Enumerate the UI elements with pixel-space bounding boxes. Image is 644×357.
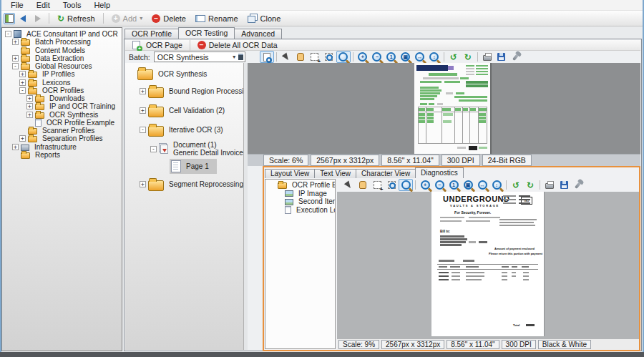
refresh-button[interactable]: ↻ Refresh: [53, 12, 99, 25]
pointer-button[interactable]: [279, 51, 293, 63]
invoice-total-label: Total: [513, 323, 519, 327]
menu-tools[interactable]: Tools: [57, 0, 88, 10]
ocr-testing-tab-content: OCR Page − Delete All OCR Data Batch: OC…: [124, 39, 642, 351]
zoom-fit-button[interactable]: ▣: [461, 179, 475, 191]
expand-icon[interactable]: +: [140, 107, 146, 114]
tab-advanced[interactable]: Advanced: [234, 29, 282, 39]
folder-icon: [35, 112, 44, 119]
tab-text-view[interactable]: Text View: [314, 169, 356, 178]
zoom-out-button[interactable]: −: [370, 51, 384, 63]
zoom-fit-icon: ▣: [464, 180, 473, 190]
zoom-in-button[interactable]: +: [356, 51, 370, 63]
tree-item-iterative-ocr-3[interactable]: -Iterative OCR (3): [127, 120, 243, 140]
bottom-viewer-canvas[interactable]: UNDERGROUND VAULTS & STORAGE ISO For Sec…: [337, 192, 639, 339]
print-button[interactable]: [542, 179, 557, 191]
tree-item-execution-log[interactable]: Execution Log: [267, 206, 335, 215]
marquee-zoom-button[interactable]: [384, 179, 399, 191]
preview-toggle-button[interactable]: [260, 51, 274, 63]
marquee-zoom-button[interactable]: [322, 51, 336, 63]
refresh-label: Refresh: [67, 14, 95, 23]
expand-icon[interactable]: +: [140, 181, 146, 187]
expand-icon[interactable]: +: [26, 95, 33, 102]
menu-edit[interactable]: Edit: [30, 0, 57, 10]
zoom-dynamic-button[interactable]: [336, 51, 351, 63]
rotate-left-button[interactable]: ↺: [509, 179, 523, 191]
tree-item-label: Document (1)Generic Detail Invoice (2).p…: [171, 140, 244, 157]
zoom-fit-width-button[interactable]: ↔: [475, 179, 489, 191]
collapse-icon[interactable]: -: [140, 127, 146, 133]
zoom-fit-width-button[interactable]: ↔: [413, 51, 427, 63]
collapse-icon[interactable]: -: [12, 63, 19, 69]
add-button[interactable]: + Add ▾: [107, 12, 147, 25]
print-button[interactable]: [480, 51, 494, 63]
zoom-fit-height-button[interactable]: ↕: [489, 179, 504, 191]
tree-item-page-1[interactable]: Page 1: [127, 158, 243, 175]
save-icon: [497, 53, 505, 61]
zoom-actual-button[interactable]: 1: [447, 179, 461, 191]
zoom-fit-height-button[interactable]: ↕: [427, 51, 441, 63]
expand-icon[interactable]: +: [26, 112, 33, 118]
tab-character-view[interactable]: Character View: [356, 169, 416, 178]
tab-diagnostics[interactable]: Diagnostics: [415, 167, 464, 178]
profile-tab-strip: OCR ProfileOCR TestingAdvanced: [124, 27, 642, 39]
ocr-page-button[interactable]: OCR Page: [128, 39, 187, 52]
rotate-right-button[interactable]: ↻: [523, 179, 537, 191]
zoom-fit-button[interactable]: ▣: [399, 51, 413, 63]
menu-file[interactable]: File: [4, 0, 30, 10]
tree-item-reports[interactable]: Reports: [3, 151, 122, 159]
tree-item-document-1[interactable]: -Document (1)Generic Detail Invoice (2).…: [127, 140, 243, 158]
tree-item-bound-region-processing-1[interactable]: +Bound Region Processing (1): [127, 82, 243, 101]
zoom-in-icon: +: [421, 180, 430, 190]
select-region-icon: [374, 181, 381, 189]
tree-item-label: Iterative OCR (3): [167, 125, 225, 135]
hand-button[interactable]: [293, 51, 308, 63]
tree-item-label: OCR Synthesis: [156, 69, 209, 79]
collapse-icon[interactable]: -: [5, 31, 11, 37]
img-icon: [285, 199, 293, 205]
tree-item-cell-validation-2[interactable]: +Cell Validation (2): [127, 101, 243, 120]
hand-button[interactable]: [356, 179, 370, 191]
tree-item-ocr-synthesis[interactable]: OCR Synthesis: [127, 66, 243, 82]
combo-dropdown-icon: ▼: [232, 54, 237, 59]
tree-item-segment-reprocessing-4[interactable]: +Segment Reprocessing (4): [127, 175, 243, 194]
expand-icon[interactable]: +: [19, 135, 26, 142]
menu-help[interactable]: Help: [87, 0, 117, 10]
expand-icon[interactable]: +: [19, 71, 26, 77]
zoom-dynamic-button[interactable]: [399, 179, 413, 191]
rename-button[interactable]: Rename: [191, 12, 243, 25]
zoom-out-button[interactable]: −: [432, 179, 447, 191]
forward-button[interactable]: [31, 13, 45, 24]
tab-ocr-testing[interactable]: OCR Testing: [178, 27, 235, 39]
collapse-icon[interactable]: -: [150, 146, 157, 152]
expand-icon[interactable]: +: [140, 88, 146, 94]
settings-button[interactable]: [571, 179, 585, 191]
save-button[interactable]: [557, 179, 571, 191]
collapse-icon[interactable]: -: [19, 87, 26, 94]
expand-icon[interactable]: +: [26, 103, 33, 109]
zoom-actual-button[interactable]: 1: [384, 51, 399, 63]
toggle-navigation-pane-button[interactable]: [4, 13, 15, 24]
pointer-button[interactable]: [341, 179, 356, 191]
clone-button[interactable]: Clone: [243, 11, 286, 25]
tab-layout-view[interactable]: Layout View: [265, 169, 315, 178]
batch-combobox[interactable]: OCR Synthesis ▼: [154, 52, 245, 62]
expand-icon[interactable]: +: [12, 55, 19, 62]
delete-all-ocr-data-button[interactable]: − Delete All OCR Data: [193, 39, 282, 52]
add-label: Add: [123, 14, 137, 23]
back-button[interactable]: [16, 13, 30, 24]
delete-all-label: Delete All OCR Data: [209, 41, 278, 49]
expand-icon[interactable]: +: [19, 79, 26, 86]
expand-icon[interactable]: +: [12, 144, 19, 150]
settings-button[interactable]: [509, 51, 523, 63]
save-button[interactable]: [494, 51, 509, 63]
zoom-in-button[interactable]: +: [418, 179, 432, 191]
select-region-button[interactable]: [370, 179, 384, 191]
delete-button[interactable]: − Delete: [147, 12, 190, 25]
rotate-left-button[interactable]: ↺: [447, 51, 461, 63]
top-viewer-canvas[interactable]: [248, 63, 640, 154]
tab-ocr-profile[interactable]: OCR Profile: [125, 29, 179, 39]
rotate-right-button[interactable]: ↻: [461, 51, 475, 63]
rename-label: Rename: [208, 14, 238, 23]
select-region-button[interactable]: [308, 51, 322, 63]
expand-icon[interactable]: +: [12, 39, 19, 45]
